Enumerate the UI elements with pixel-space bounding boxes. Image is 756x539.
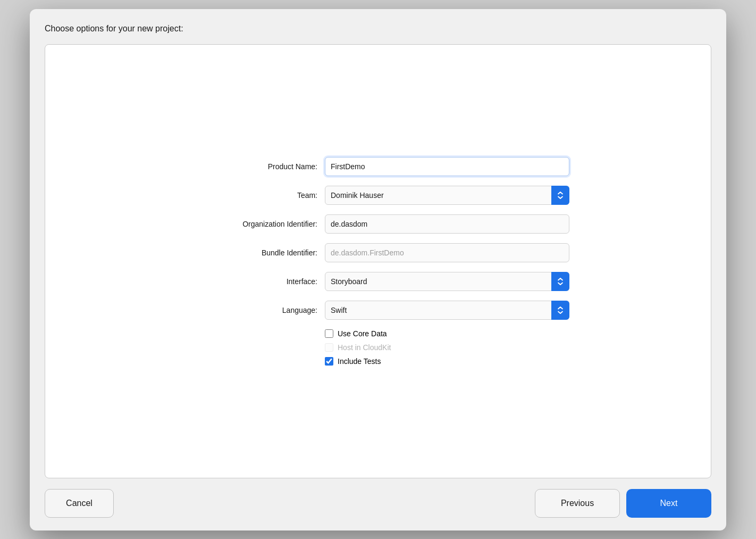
use-core-data-item: Use Core Data [325, 329, 387, 338]
form-container: Product Name: Team: Dominik Hauser [176, 136, 580, 387]
product-name-label: Product Name: [187, 162, 325, 171]
interface-select-wrapper: Storyboard SwiftUI [325, 272, 569, 291]
bundle-identifier-row: Bundle Identifier: de.dasdom.FirstDemo [187, 243, 569, 262]
interface-row: Interface: Storyboard SwiftUI [187, 272, 569, 291]
dialog-footer: Cancel Previous Next [45, 489, 711, 518]
checkboxes-group: Use Core Data Host in CloudKit Include T… [325, 329, 569, 366]
language-row: Language: Swift Objective-C [187, 301, 569, 320]
host-in-cloudkit-label: Host in CloudKit [338, 343, 391, 352]
language-select-wrapper: Swift Objective-C [325, 301, 569, 320]
org-identifier-input[interactable] [325, 214, 569, 234]
bundle-identifier-display: de.dasdom.FirstDemo [325, 243, 569, 262]
language-select[interactable]: Swift Objective-C [325, 301, 569, 320]
team-label: Team: [187, 191, 325, 200]
use-core-data-label[interactable]: Use Core Data [338, 329, 387, 338]
use-core-data-checkbox[interactable] [325, 329, 333, 338]
bundle-identifier-label: Bundle Identifier: [187, 248, 325, 257]
include-tests-label[interactable]: Include Tests [338, 357, 381, 366]
team-row: Team: Dominik Hauser [187, 186, 569, 205]
include-tests-item: Include Tests [325, 357, 381, 366]
dialog-title: Choose options for your new project: [45, 24, 711, 34]
host-in-cloudkit-item: Host in CloudKit [325, 343, 391, 352]
language-label: Language: [187, 306, 325, 314]
previous-button[interactable]: Previous [535, 489, 620, 518]
footer-right-buttons: Previous Next [535, 489, 711, 518]
new-project-dialog: Choose options for your new project: Pro… [30, 9, 726, 530]
cancel-button[interactable]: Cancel [45, 489, 114, 518]
interface-select[interactable]: Storyboard SwiftUI [325, 272, 569, 291]
include-tests-checkbox[interactable] [325, 357, 333, 366]
host-in-cloudkit-checkbox[interactable] [325, 343, 333, 352]
next-button[interactable]: Next [626, 489, 711, 518]
team-select-wrapper: Dominik Hauser [325, 186, 569, 205]
content-panel: Product Name: Team: Dominik Hauser [45, 44, 711, 478]
team-select[interactable]: Dominik Hauser [325, 186, 569, 205]
product-name-row: Product Name: [187, 157, 569, 176]
org-identifier-row: Organization Identifier: [187, 214, 569, 234]
product-name-input[interactable] [325, 157, 569, 176]
interface-label: Interface: [187, 277, 325, 286]
org-identifier-label: Organization Identifier: [187, 220, 325, 228]
